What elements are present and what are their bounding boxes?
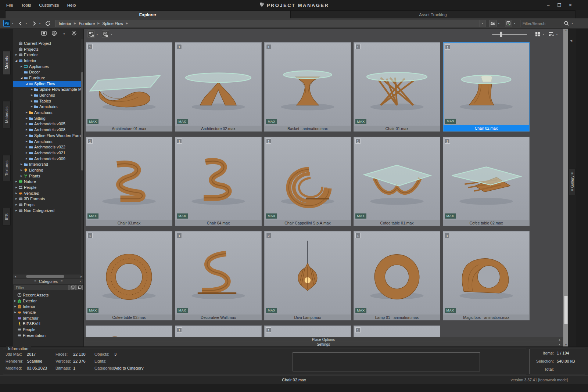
tree-item-armchairs[interactable]: ▶Armchairs xyxy=(13,104,83,110)
categories-collapse-icon[interactable]: ▼ xyxy=(79,280,82,283)
tree-item-furniture[interactable]: ◢Furniture xyxy=(13,75,83,81)
info-value[interactable]: 1 xyxy=(73,366,92,370)
categories-header[interactable]: ≡ Categories ≡ ▼ xyxy=(13,278,83,284)
tree-item-spline-flow-wooden-furniture[interactable]: ▶Spline Flow Wooden Furniture xyxy=(13,133,83,139)
tree-item-interior[interactable]: ◢Interior xyxy=(13,58,83,64)
expand-icon[interactable]: ▶ xyxy=(19,65,24,68)
regenerate-caret-icon[interactable]: ▼ xyxy=(96,33,98,36)
tree-item-lighting[interactable]: ▶Lighting xyxy=(13,167,83,173)
expand-icon[interactable]: ▶ xyxy=(25,128,29,131)
catalog-button[interactable] xyxy=(505,20,512,27)
network-button[interactable] xyxy=(51,30,57,37)
refresh-button[interactable] xyxy=(44,20,51,27)
asset-card-chair-cappellini-s-p-a-max[interactable]: 1MAXChair Cappellini S.p.A.max xyxy=(264,137,351,226)
scrollbar-thumb[interactable] xyxy=(564,296,568,324)
expand-icon[interactable]: ▶ xyxy=(25,145,29,148)
thumbnail-size-slider[interactable] xyxy=(492,34,527,35)
scroll-up-icon[interactable]: ▲ xyxy=(563,29,569,32)
expand-icon[interactable]: ▶ xyxy=(13,311,17,314)
app-mode-button[interactable]: Ps xyxy=(3,20,10,27)
export-caret-icon[interactable]: ▼ xyxy=(110,33,113,36)
expand-icon[interactable]: ▶ xyxy=(14,53,18,56)
expand-icon[interactable]: ▶ xyxy=(13,305,17,308)
asset-card-cofee-table-01-max[interactable]: 1MAXCofee table 01.max xyxy=(354,137,440,226)
expand-icon[interactable]: ▶ xyxy=(25,117,29,120)
back-history-caret-icon[interactable]: ▼ xyxy=(25,22,28,25)
tree-item-projects[interactable]: Projects xyxy=(13,46,83,52)
collapse-up-icon[interactable]: ▲ xyxy=(558,338,561,341)
back-button[interactable] xyxy=(17,20,24,27)
asset-card-chair-04-max[interactable]: 1MAXChair 04.max xyxy=(175,137,262,226)
expand-icon[interactable]: ▶ xyxy=(14,203,18,206)
tab-textures[interactable]: Textures xyxy=(3,155,11,181)
tree-item-tables[interactable]: ▶Tables xyxy=(13,98,83,104)
expand-icon[interactable]: ▶ xyxy=(19,163,24,166)
export-model-button[interactable] xyxy=(102,30,109,38)
expand-all-button[interactable] xyxy=(69,285,76,290)
category-item-armchair[interactable]: armchair xyxy=(13,315,83,321)
gallery-collapse-icon[interactable]: ◀ xyxy=(570,39,572,42)
regenerate-previews-button[interactable] xyxy=(87,30,95,38)
selected-file-link[interactable]: Chair 02.max xyxy=(0,378,588,382)
category-item-vehicle[interactable]: ▶Vehicle xyxy=(13,309,83,315)
categories-filter-input[interactable] xyxy=(14,285,69,290)
tree-item-appliances[interactable]: ▶Appliances xyxy=(13,64,83,69)
tree-item-sitting[interactable]: ▶Sitting xyxy=(13,115,83,121)
expand-icon[interactable]: ▶ xyxy=(14,180,18,183)
tree-item-archmodels-v022[interactable]: ▶Archmodels v022 xyxy=(13,144,83,150)
view-mode-caret-icon[interactable]: ▼ xyxy=(542,33,545,36)
tree-item-interiorshd[interactable]: ▶Interiorshd xyxy=(13,161,83,167)
expand-icon[interactable]: ▶ xyxy=(19,175,24,177)
breadcrumb-item-spline-flow[interactable]: Spline Flow xyxy=(102,21,123,26)
breadcrumb[interactable]: Interior▶Furniture▶Spline Flow▶ xyxy=(55,20,480,27)
collapse-icon[interactable]: ◢ xyxy=(25,82,29,85)
expand-icon[interactable]: ▶ xyxy=(14,186,18,189)
tree-item-decor[interactable]: Decor xyxy=(13,69,83,75)
asset-card-chair-01-max[interactable]: 1MAXChair 01.max xyxy=(354,42,440,132)
network-caret-icon[interactable]: ▼ xyxy=(63,33,65,35)
category-item-people[interactable]: People xyxy=(13,327,83,332)
scroll-down-icon[interactable]: ▼ xyxy=(563,344,569,346)
sort-caret-icon[interactable]: ▼ xyxy=(556,33,558,36)
menu-file[interactable]: File xyxy=(3,2,17,8)
search-icon[interactable] xyxy=(563,20,570,27)
catalog-caret-icon[interactable]: ▼ xyxy=(513,22,516,25)
maximize-button[interactable]: ❐ xyxy=(556,3,562,8)
minimize-button[interactable]: – xyxy=(545,3,551,8)
expand-icon[interactable]: ▶ xyxy=(30,88,34,91)
tree-item-spline-flow-example-mode[interactable]: ▶Spline Flow Example Mode xyxy=(13,87,83,93)
tree-item-current-project[interactable]: Current Project xyxy=(13,40,83,46)
asset-card-chair-03-max[interactable]: 1MAXChair 03.max xyxy=(86,137,172,226)
expand-icon[interactable]: ▶ xyxy=(30,94,34,97)
view-options-caret-icon[interactable]: ▼ xyxy=(498,22,500,25)
scroll-right-icon[interactable]: ▶ xyxy=(79,275,83,278)
asset-card-lamp-01-animation-max[interactable]: 1MAXLamp 01 - animation.max xyxy=(354,231,440,320)
collapse-all-button[interactable] xyxy=(76,285,83,290)
asset-card-architecture-02-max[interactable]: 1MAXArchitecture 02.max xyxy=(175,42,262,132)
close-button[interactable]: ✕ xyxy=(567,3,573,8)
breadcrumb-item-interior[interactable]: Interior xyxy=(59,21,71,26)
info-label[interactable]: Categories: xyxy=(94,366,112,370)
expand-icon[interactable]: ▶ xyxy=(14,192,18,195)
tree-item-armchairs[interactable]: ▶Armchairs xyxy=(13,109,83,115)
asset-card-cofee-table-02-max[interactable]: 1MAXCofee table 02.max xyxy=(443,137,530,226)
expand-icon[interactable]: ▶ xyxy=(19,169,24,172)
expand-icon[interactable]: ▶ xyxy=(13,299,17,302)
search-caret-icon[interactable]: ▼ xyxy=(571,22,574,25)
expand-icon[interactable]: ▶ xyxy=(14,209,18,212)
tree-item-archmodels-v005[interactable]: ▶Archmodels v005 xyxy=(13,121,83,127)
tree-item-props[interactable]: ▶Props xyxy=(13,202,83,208)
menu-customize[interactable]: Customize xyxy=(36,2,62,8)
content-vertical-scrollbar[interactable]: ▲ ▼ xyxy=(563,29,568,346)
asset-card-decorative-wall-max[interactable]: 1MAXDecorative Wall.max xyxy=(175,231,262,320)
settings-gear-button[interactable] xyxy=(71,30,77,37)
tree-item-armchairs[interactable]: ▶Armchairs xyxy=(13,139,83,144)
breadcrumb-item-furniture[interactable]: Furniture xyxy=(79,21,95,26)
menu-tools[interactable]: Tools xyxy=(18,2,35,8)
tree-item-archmodels-v021[interactable]: ▶Archmodels v021 xyxy=(13,150,83,156)
category-item-presentation[interactable]: Presentation xyxy=(13,332,83,338)
tree-vertical-scrollbar[interactable] xyxy=(81,39,83,274)
place-options-bar[interactable]: Place Options▲ xyxy=(84,337,563,342)
asset-card-basket-animation-max[interactable]: 1MAXBasket - animation.max xyxy=(264,42,351,132)
tab-models[interactable]: Models xyxy=(3,51,11,75)
